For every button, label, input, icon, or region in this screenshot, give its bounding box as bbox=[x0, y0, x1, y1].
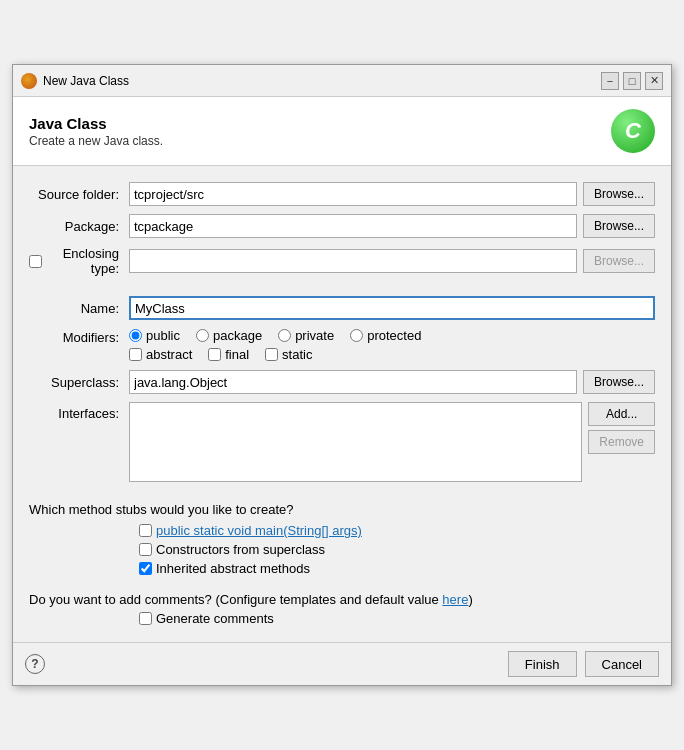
comments-section: Do you want to add comments? (Configure … bbox=[29, 592, 655, 626]
package-row: Package: Browse... bbox=[29, 214, 655, 238]
comments-question-text: Do you want to add comments? (Configure … bbox=[29, 592, 442, 607]
comments-question: Do you want to add comments? (Configure … bbox=[29, 592, 655, 607]
enclosing-type-checkbox[interactable] bbox=[29, 255, 42, 268]
title-bar: New Java Class − □ ✕ bbox=[13, 65, 671, 97]
stubs-title: Which method stubs would you like to cre… bbox=[29, 502, 655, 517]
modifier-static-label: static bbox=[282, 347, 312, 362]
enclosing-type-label: Enclosing type: bbox=[46, 246, 119, 276]
generate-comments[interactable]: Generate comments bbox=[139, 611, 655, 626]
generate-comments-checkbox[interactable] bbox=[139, 612, 152, 625]
finish-button[interactable]: Finish bbox=[508, 651, 577, 677]
source-folder-browse-button[interactable]: Browse... bbox=[583, 182, 655, 206]
interfaces-list bbox=[129, 402, 582, 482]
superclass-label: Superclass: bbox=[29, 375, 129, 390]
interfaces-remove-button[interactable]: Remove bbox=[588, 430, 655, 454]
stub-inherited-label: Inherited abstract methods bbox=[156, 561, 310, 576]
modifier-final[interactable]: final bbox=[208, 347, 249, 362]
modifier-private[interactable]: private bbox=[278, 328, 334, 343]
modifiers-area: public package private protected bbox=[129, 328, 421, 362]
dialog-window: New Java Class − □ ✕ Java Class Create a… bbox=[12, 64, 672, 686]
enclosing-type-input-area: Browse... bbox=[129, 249, 655, 273]
name-row: Name: bbox=[29, 296, 655, 320]
superclass-input[interactable] bbox=[129, 370, 577, 394]
footer: ? Finish Cancel bbox=[13, 642, 671, 685]
modifiers-radio-group: public package private protected bbox=[129, 328, 421, 343]
window-controls: − □ ✕ bbox=[601, 72, 663, 90]
comments-checkbox-area: Generate comments bbox=[29, 611, 655, 626]
package-input[interactable] bbox=[129, 214, 577, 238]
enclosing-type-row: Enclosing type: Browse... bbox=[29, 246, 655, 276]
generate-comments-label: Generate comments bbox=[156, 611, 274, 626]
modifier-package[interactable]: package bbox=[196, 328, 262, 343]
superclass-browse-button[interactable]: Browse... bbox=[583, 370, 655, 394]
interfaces-add-button[interactable]: Add... bbox=[588, 402, 655, 426]
modifier-static-checkbox[interactable] bbox=[265, 348, 278, 361]
modifier-public-radio[interactable] bbox=[129, 329, 142, 342]
header-info: Java Class Create a new Java class. bbox=[29, 115, 163, 148]
modifier-protected-radio[interactable] bbox=[350, 329, 363, 342]
window-title: New Java Class bbox=[43, 74, 601, 88]
modifiers-label: Modifiers: bbox=[29, 328, 129, 345]
modifier-protected[interactable]: protected bbox=[350, 328, 421, 343]
enclosing-type-browse-button[interactable]: Browse... bbox=[583, 249, 655, 273]
modifiers-row: Modifiers: public package private bbox=[29, 328, 655, 362]
source-folder-row: Source folder: Browse... bbox=[29, 182, 655, 206]
interfaces-row: Interfaces: Add... Remove bbox=[29, 402, 655, 482]
modifiers-checkbox-group: abstract final static bbox=[129, 347, 421, 362]
superclass-area: Browse... bbox=[129, 370, 655, 394]
stub-constructors-label: Constructors from superclass bbox=[156, 542, 325, 557]
stub-constructors-checkbox[interactable] bbox=[139, 543, 152, 556]
source-folder-area: Browse... bbox=[129, 182, 655, 206]
window-icon bbox=[21, 73, 37, 89]
modifier-static[interactable]: static bbox=[265, 347, 312, 362]
modifier-protected-label: protected bbox=[367, 328, 421, 343]
stubs-items: public static void main(String[] args) C… bbox=[29, 523, 655, 576]
minimize-button[interactable]: − bbox=[601, 72, 619, 90]
enclosing-type-input[interactable] bbox=[129, 249, 577, 273]
interfaces-area: Add... Remove bbox=[129, 402, 655, 482]
modifier-package-radio[interactable] bbox=[196, 329, 209, 342]
dialog-subtitle: Create a new Java class. bbox=[29, 134, 163, 148]
package-label: Package: bbox=[29, 219, 129, 234]
modifier-final-label: final bbox=[225, 347, 249, 362]
modifier-private-radio[interactable] bbox=[278, 329, 291, 342]
stub-main-label: public static void main(String[] args) bbox=[156, 523, 362, 538]
name-label: Name: bbox=[29, 301, 129, 316]
stub-main[interactable]: public static void main(String[] args) bbox=[139, 523, 655, 538]
footer-left: ? bbox=[25, 654, 500, 674]
package-area: Browse... bbox=[129, 214, 655, 238]
form-content: Source folder: Browse... Package: Browse… bbox=[13, 166, 671, 642]
cancel-button[interactable]: Cancel bbox=[585, 651, 659, 677]
superclass-row: Superclass: Browse... bbox=[29, 370, 655, 394]
java-icon: C bbox=[611, 109, 655, 153]
modifier-abstract-checkbox[interactable] bbox=[129, 348, 142, 361]
source-folder-input[interactable] bbox=[129, 182, 577, 206]
package-browse-button[interactable]: Browse... bbox=[583, 214, 655, 238]
comments-link[interactable]: here bbox=[442, 592, 468, 607]
modifier-public-label: public bbox=[146, 328, 180, 343]
close-button[interactable]: ✕ bbox=[645, 72, 663, 90]
help-button[interactable]: ? bbox=[25, 654, 45, 674]
name-input[interactable] bbox=[129, 296, 655, 320]
dialog-title: Java Class bbox=[29, 115, 163, 132]
interfaces-label: Interfaces: bbox=[29, 402, 129, 421]
interfaces-buttons: Add... Remove bbox=[588, 402, 655, 454]
modifier-public[interactable]: public bbox=[129, 328, 180, 343]
comments-question-end: ) bbox=[468, 592, 472, 607]
modifier-abstract[interactable]: abstract bbox=[129, 347, 192, 362]
modifier-final-checkbox[interactable] bbox=[208, 348, 221, 361]
source-folder-label: Source folder: bbox=[29, 187, 129, 202]
header-section: Java Class Create a new Java class. C bbox=[13, 97, 671, 166]
stubs-section: Which method stubs would you like to cre… bbox=[29, 502, 655, 576]
stub-inherited[interactable]: Inherited abstract methods bbox=[139, 561, 655, 576]
modifier-package-label: package bbox=[213, 328, 262, 343]
stub-inherited-checkbox[interactable] bbox=[139, 562, 152, 575]
name-area bbox=[129, 296, 655, 320]
maximize-button[interactable]: □ bbox=[623, 72, 641, 90]
modifier-abstract-label: abstract bbox=[146, 347, 192, 362]
enclosing-type-area: Enclosing type: bbox=[29, 246, 129, 276]
stub-main-checkbox[interactable] bbox=[139, 524, 152, 537]
stub-constructors[interactable]: Constructors from superclass bbox=[139, 542, 655, 557]
modifier-private-label: private bbox=[295, 328, 334, 343]
